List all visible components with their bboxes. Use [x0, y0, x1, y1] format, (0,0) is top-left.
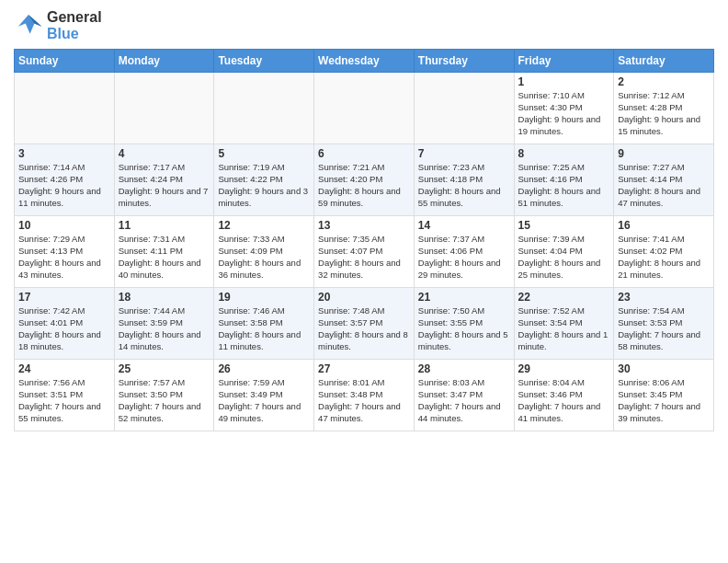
calendar-cell: 13Sunrise: 7:35 AM Sunset: 4:07 PM Dayli… [314, 216, 415, 288]
col-header-friday: Friday [514, 50, 614, 73]
calendar-cell: 23Sunrise: 7:54 AM Sunset: 3:53 PM Dayli… [614, 288, 714, 360]
day-number: 19 [218, 291, 310, 304]
logo-text: General Blue [47, 9, 102, 41]
calendar-cell [414, 73, 514, 144]
logo-icon [14, 13, 43, 39]
calendar-week-4: 17Sunrise: 7:42 AM Sunset: 4:01 PM Dayli… [15, 288, 714, 360]
day-info: Sunrise: 7:52 AM Sunset: 3:54 PM Dayligh… [518, 305, 610, 352]
calendar-header-row: SundayMondayTuesdayWednesdayThursdayFrid… [15, 50, 714, 73]
calendar-cell: 21Sunrise: 7:50 AM Sunset: 3:55 PM Dayli… [414, 288, 514, 360]
day-number: 4 [119, 147, 210, 160]
day-number: 8 [518, 147, 610, 160]
day-info: Sunrise: 7:54 AM Sunset: 3:53 PM Dayligh… [618, 305, 710, 352]
col-header-wednesday: Wednesday [314, 50, 415, 73]
header: General Blue [14, 9, 714, 41]
day-number: 18 [119, 291, 210, 304]
calendar-week-1: 1Sunrise: 7:10 AM Sunset: 4:30 PM Daylig… [15, 73, 714, 144]
day-info: Sunrise: 7:14 AM Sunset: 4:26 PM Dayligh… [18, 162, 110, 209]
day-number: 30 [618, 362, 710, 375]
day-info: Sunrise: 7:41 AM Sunset: 4:02 PM Dayligh… [618, 234, 710, 281]
calendar-cell: 15Sunrise: 7:39 AM Sunset: 4:04 PM Dayli… [514, 216, 614, 288]
calendar-cell: 14Sunrise: 7:37 AM Sunset: 4:06 PM Dayli… [414, 216, 514, 288]
day-info: Sunrise: 7:23 AM Sunset: 4:18 PM Dayligh… [418, 162, 510, 209]
day-info: Sunrise: 7:44 AM Sunset: 3:59 PM Dayligh… [119, 305, 210, 352]
day-number: 23 [618, 291, 710, 304]
col-header-saturday: Saturday [614, 50, 714, 73]
calendar-cell: 7Sunrise: 7:23 AM Sunset: 4:18 PM Daylig… [414, 144, 514, 216]
calendar-week-2: 3Sunrise: 7:14 AM Sunset: 4:26 PM Daylig… [15, 144, 714, 216]
col-header-sunday: Sunday [15, 50, 115, 73]
col-header-tuesday: Tuesday [214, 50, 314, 73]
calendar-cell: 25Sunrise: 7:57 AM Sunset: 3:50 PM Dayli… [114, 360, 214, 431]
day-number: 29 [518, 362, 610, 375]
calendar-cell: 20Sunrise: 7:48 AM Sunset: 3:57 PM Dayli… [314, 288, 415, 360]
day-info: Sunrise: 7:35 AM Sunset: 4:07 PM Dayligh… [318, 234, 410, 281]
calendar-week-3: 10Sunrise: 7:29 AM Sunset: 4:13 PM Dayli… [15, 216, 714, 288]
calendar-cell: 12Sunrise: 7:33 AM Sunset: 4:09 PM Dayli… [214, 216, 314, 288]
day-info: Sunrise: 7:37 AM Sunset: 4:06 PM Dayligh… [418, 234, 510, 281]
day-info: Sunrise: 8:06 AM Sunset: 3:45 PM Dayligh… [618, 377, 710, 424]
day-info: Sunrise: 7:50 AM Sunset: 3:55 PM Dayligh… [418, 305, 510, 352]
day-number: 13 [318, 219, 410, 232]
day-number: 27 [318, 362, 410, 375]
day-number: 3 [18, 147, 110, 160]
col-header-monday: Monday [114, 50, 214, 73]
calendar-cell: 18Sunrise: 7:44 AM Sunset: 3:59 PM Dayli… [114, 288, 214, 360]
calendar-cell: 4Sunrise: 7:17 AM Sunset: 4:24 PM Daylig… [114, 144, 214, 216]
calendar-cell: 22Sunrise: 7:52 AM Sunset: 3:54 PM Dayli… [514, 288, 614, 360]
calendar-cell: 2Sunrise: 7:12 AM Sunset: 4:28 PM Daylig… [614, 73, 714, 144]
day-number: 25 [119, 362, 210, 375]
day-info: Sunrise: 7:59 AM Sunset: 3:49 PM Dayligh… [218, 377, 310, 424]
calendar-cell: 5Sunrise: 7:19 AM Sunset: 4:22 PM Daylig… [214, 144, 314, 216]
calendar-cell: 16Sunrise: 7:41 AM Sunset: 4:02 PM Dayli… [614, 216, 714, 288]
day-info: Sunrise: 8:03 AM Sunset: 3:47 PM Dayligh… [418, 377, 510, 424]
day-number: 2 [618, 75, 710, 88]
calendar-cell: 10Sunrise: 7:29 AM Sunset: 4:13 PM Dayli… [15, 216, 115, 288]
calendar-cell: 6Sunrise: 7:21 AM Sunset: 4:20 PM Daylig… [314, 144, 415, 216]
day-info: Sunrise: 8:01 AM Sunset: 3:48 PM Dayligh… [318, 377, 410, 424]
day-number: 11 [119, 219, 210, 232]
page-container: General Blue SundayMondayTuesdayWednesda… [0, 0, 728, 436]
day-info: Sunrise: 7:31 AM Sunset: 4:11 PM Dayligh… [119, 234, 210, 281]
calendar-cell: 8Sunrise: 7:25 AM Sunset: 4:16 PM Daylig… [514, 144, 614, 216]
calendar-cell: 3Sunrise: 7:14 AM Sunset: 4:26 PM Daylig… [15, 144, 115, 216]
day-info: Sunrise: 8:04 AM Sunset: 3:46 PM Dayligh… [518, 377, 610, 424]
day-number: 17 [18, 291, 110, 304]
calendar-week-5: 24Sunrise: 7:56 AM Sunset: 3:51 PM Dayli… [15, 360, 714, 431]
calendar-cell [15, 73, 115, 144]
calendar-cell: 26Sunrise: 7:59 AM Sunset: 3:49 PM Dayli… [214, 360, 314, 431]
calendar-cell: 19Sunrise: 7:46 AM Sunset: 3:58 PM Dayli… [214, 288, 314, 360]
day-number: 20 [318, 291, 410, 304]
calendar-cell: 27Sunrise: 8:01 AM Sunset: 3:48 PM Dayli… [314, 360, 415, 431]
calendar-cell [214, 73, 314, 144]
calendar-table: SundayMondayTuesdayWednesdayThursdayFrid… [14, 49, 714, 431]
day-info: Sunrise: 7:19 AM Sunset: 4:22 PM Dayligh… [218, 162, 310, 209]
day-info: Sunrise: 7:57 AM Sunset: 3:50 PM Dayligh… [119, 377, 210, 424]
day-info: Sunrise: 7:21 AM Sunset: 4:20 PM Dayligh… [318, 162, 410, 209]
day-info: Sunrise: 7:29 AM Sunset: 4:13 PM Dayligh… [18, 234, 110, 281]
logo: General Blue [14, 9, 102, 41]
calendar-cell: 24Sunrise: 7:56 AM Sunset: 3:51 PM Dayli… [15, 360, 115, 431]
day-number: 15 [518, 219, 610, 232]
calendar-cell: 9Sunrise: 7:27 AM Sunset: 4:14 PM Daylig… [614, 144, 714, 216]
day-number: 26 [218, 362, 310, 375]
day-info: Sunrise: 7:46 AM Sunset: 3:58 PM Dayligh… [218, 305, 310, 352]
day-number: 22 [518, 291, 610, 304]
day-number: 12 [218, 219, 310, 232]
day-info: Sunrise: 7:17 AM Sunset: 4:24 PM Dayligh… [119, 162, 210, 209]
day-info: Sunrise: 7:42 AM Sunset: 4:01 PM Dayligh… [18, 305, 110, 352]
calendar-cell: 30Sunrise: 8:06 AM Sunset: 3:45 PM Dayli… [614, 360, 714, 431]
day-info: Sunrise: 7:56 AM Sunset: 3:51 PM Dayligh… [18, 377, 110, 424]
day-info: Sunrise: 7:33 AM Sunset: 4:09 PM Dayligh… [218, 234, 310, 281]
day-info: Sunrise: 7:10 AM Sunset: 4:30 PM Dayligh… [518, 90, 610, 137]
day-number: 1 [518, 75, 610, 88]
calendar-cell: 1Sunrise: 7:10 AM Sunset: 4:30 PM Daylig… [514, 73, 614, 144]
day-number: 28 [418, 362, 510, 375]
day-info: Sunrise: 7:48 AM Sunset: 3:57 PM Dayligh… [318, 305, 410, 352]
day-number: 14 [418, 219, 510, 232]
day-number: 24 [18, 362, 110, 375]
calendar-cell: 28Sunrise: 8:03 AM Sunset: 3:47 PM Dayli… [414, 360, 514, 431]
day-info: Sunrise: 7:39 AM Sunset: 4:04 PM Dayligh… [518, 234, 610, 281]
day-number: 6 [318, 147, 410, 160]
day-number: 7 [418, 147, 510, 160]
